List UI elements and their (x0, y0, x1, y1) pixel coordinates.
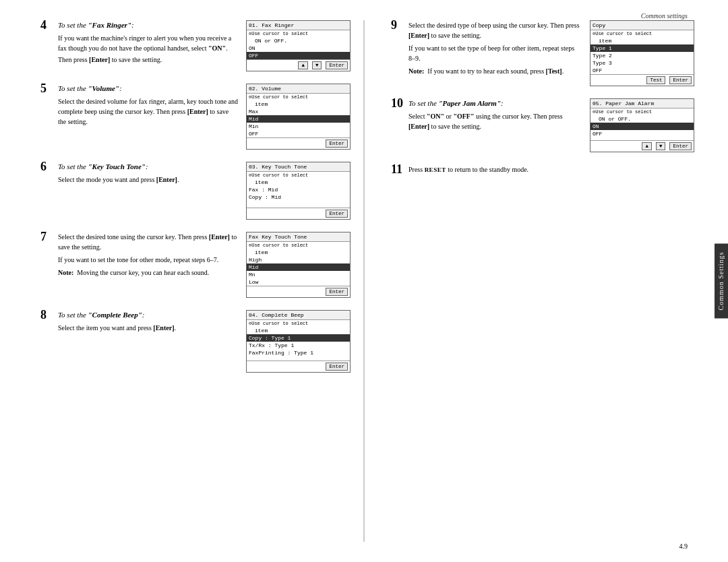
step-9: 9 Select the desired type of beep using … (391, 20, 694, 86)
step-8-left: 8 To set the "Complete Beep": Select the… (40, 310, 238, 334)
step-4-title: To set the "Fax Ringer": (58, 20, 238, 30)
step-6-body: Select the mode you want and press [Ente… (58, 175, 238, 185)
screen-footer-10: ▲ ▼ Enter (590, 140, 694, 152)
screen-line-5-mid: Mid (247, 115, 350, 123)
btn-enter-8[interactable]: Enter (326, 363, 348, 371)
step-7-num: 7 (40, 230, 55, 279)
screen-footer-5: Enter (247, 137, 350, 149)
screen-line-4-on: ON (247, 44, 350, 52)
screen-title-5: 02. Volume (247, 84, 350, 94)
step-10-left: 10 To set the "Paper Jam Alarm": Select … (391, 98, 582, 133)
step-6: 6 To set the "Key Touch Tone": Select th… (40, 162, 351, 220)
screen-nav-5: ⊙Use cursor to select (247, 94, 350, 100)
step-8-screen: 04. Complete Beep ⊙Use cursor to select … (243, 310, 351, 373)
step-10-num: 10 (391, 97, 406, 133)
screen-line-4-off: OFF (247, 52, 350, 59)
step-6-screen: 03. Key Touch Tone ⊙Use cursor to select… (243, 162, 351, 220)
screen-line-7-low: Low (247, 278, 350, 286)
btn-enter-4[interactable]: Enter (326, 61, 348, 69)
screen-line-5-off: OFF (247, 130, 350, 137)
step-11-body: Press RESET to return to the standby mod… (408, 164, 694, 175)
screen-line-7-nav2: item (247, 249, 350, 256)
btn-enter-9[interactable]: Enter (669, 76, 692, 84)
btn-down-4[interactable]: ▼ (312, 61, 322, 69)
screen-nav-6: ⊙Use cursor to select (247, 172, 350, 179)
left-column: 4 To set the "Fax Ringer": If you want t… (0, 0, 364, 398)
screen-line-5-min: Min (247, 123, 350, 130)
step-6-content: To set the "Key Touch Tone": Select the … (58, 162, 238, 186)
step-8-title: To set the "Complete Beep": (58, 310, 238, 320)
screen-footer-7: Enter (247, 286, 350, 297)
screen-nav-4: ⊙Use cursor to select (247, 30, 350, 37)
btn-enter-6[interactable]: Enter (326, 210, 348, 218)
step-5-left: 5 To set the "Volume": Select the desire… (40, 84, 238, 128)
screen-line-6-nav2: item (247, 179, 350, 186)
screen-nav-10: ⊙Use cursor to select (590, 108, 694, 115)
step-8-content: To set the "Complete Beep": Select the i… (58, 310, 238, 334)
screen-line-5-max: Max (247, 108, 350, 115)
screen-title-7: Fax Key Touch Tone (247, 232, 350, 242)
screen-title-4: 01. Fax Ringer (247, 21, 350, 30)
screen-line-9-off: OFF (590, 67, 694, 74)
step-7-left: 7 Select the desired tone using the curs… (40, 232, 238, 279)
screen-line-8-nav2: item (247, 327, 350, 334)
screen-footer-8: Enter (247, 361, 350, 372)
step-11-content: Press RESET to return to the standby mod… (408, 164, 694, 175)
screen-box-5: 02. Volume ⊙Use cursor to select item Ma… (246, 84, 351, 150)
step-6-num: 6 (40, 160, 55, 186)
btn-up-10[interactable]: ▲ (642, 142, 652, 150)
step-7-content: Select the desired tone using the cursor… (58, 232, 238, 279)
step-10-body: Select "ON" or "OFF" using the cursor ke… (408, 111, 582, 131)
step-5: 5 To set the "Volume": Select the desire… (40, 84, 351, 150)
page-number: 4.9 (679, 542, 688, 550)
step-5-title: To set the "Volume": (58, 84, 238, 94)
step-10: 10 To set the "Paper Jam Alarm": Select … (391, 98, 694, 152)
screen-line-4-nav2: ON or OFF. (247, 37, 350, 44)
step-9-left: 9 Select the desired type of beep using … (391, 20, 582, 77)
screen-line-5-nav2: item (247, 100, 350, 108)
right-column: 9 Select the desired type of beep using … (364, 0, 715, 562)
step-9-content: Select the desired type of beep using th… (408, 20, 582, 77)
screen-title-9: Copy (590, 21, 694, 30)
step-4-left: 4 To set the "Fax Ringer": If you want t… (40, 20, 238, 66)
screen-line-8-txrx: Tx/Rx : Type 1 (247, 342, 350, 349)
step-5-body: Select the desired volume for fax ringer… (58, 96, 238, 127)
screen-line-9-t3: Type 3 (590, 59, 694, 67)
screen-title-6: 03. Key Touch Tone (247, 162, 350, 172)
screen-line-7-mid: Mid (247, 263, 350, 271)
step-10-screen: 05. Paper Jam Alarm ⊙Use cursor to selec… (587, 98, 694, 152)
step-9-screen: Copy ⊙Use cursor to select item Type 1 T… (587, 20, 694, 86)
step-4-screen: 01. Fax Ringer ⊙Use cursor to select ON … (243, 20, 351, 71)
screen-line-6-fax: Fax : Mid (247, 186, 350, 193)
screen-line-9-t2: Type 2 (590, 52, 694, 59)
screen-line-9-nav2: item (590, 37, 694, 44)
step-11: 11 Press RESET to return to the standby … (391, 164, 694, 175)
step-6-title: To set the "Key Touch Tone": (58, 162, 238, 172)
step-5-content: To set the "Volume": Select the desired … (58, 84, 238, 128)
screen-box-6: 03. Key Touch Tone ⊙Use cursor to select… (246, 162, 351, 220)
screen-box-10: 05. Paper Jam Alarm ⊙Use cursor to selec… (590, 98, 694, 152)
step-4-num: 4 (40, 19, 55, 66)
screen-box-8: 04. Complete Beep ⊙Use cursor to select … (246, 310, 351, 373)
step-9-num: 9 (391, 19, 406, 77)
btn-down-10[interactable]: ▼ (656, 142, 666, 150)
step-5-screen: 02. Volume ⊙Use cursor to select item Ma… (243, 84, 351, 150)
screen-line-10-off: OFF (590, 130, 694, 137)
screen-line-6-copy: Copy : Mid (247, 193, 350, 201)
screen-line-7-high: High (247, 256, 350, 263)
screen-line-8-faxprint: FaxPrinting : Type 1 (247, 349, 350, 356)
screen-nav-9: ⊙Use cursor to select (590, 30, 694, 37)
step-7: 7 Select the desired tone using the curs… (40, 232, 351, 298)
screen-nav-8: ⊙Use cursor to select (247, 320, 350, 327)
step-4: 4 To set the "Fax Ringer": If you want t… (40, 20, 351, 71)
step-5-num: 5 (40, 82, 55, 128)
btn-enter-10[interactable]: Enter (669, 142, 692, 150)
screen-line-10-nav2: ON or OFF. (590, 115, 694, 123)
screen-footer-9: Test Enter (590, 74, 694, 86)
step-10-title: To set the "Paper Jam Alarm": (408, 98, 582, 108)
btn-enter-5[interactable]: Enter (326, 139, 348, 148)
btn-test-9[interactable]: Test (646, 76, 665, 84)
step-11-num: 11 (391, 163, 406, 175)
btn-enter-7[interactable]: Enter (326, 288, 348, 296)
btn-up-4[interactable]: ▲ (298, 61, 308, 69)
